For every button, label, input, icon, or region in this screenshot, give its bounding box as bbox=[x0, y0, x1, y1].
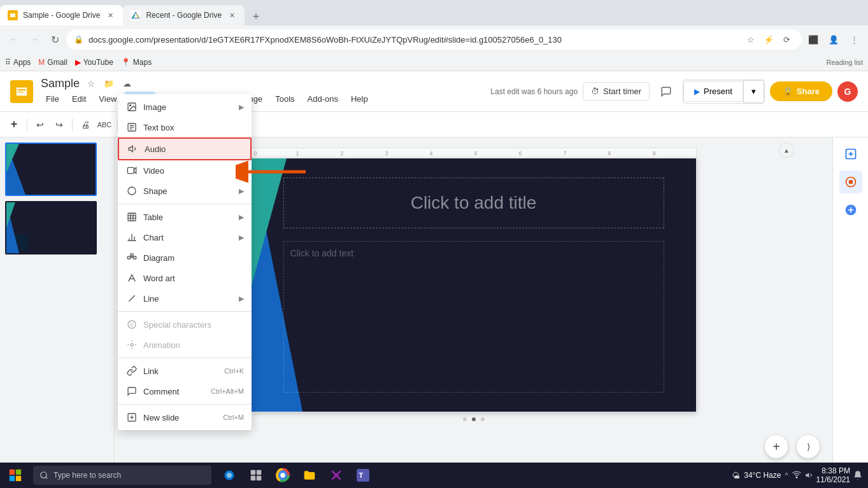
network-icon bbox=[792, 471, 801, 480]
tab-sample[interactable]: Sample - Google Drive ✕ bbox=[0, 5, 123, 25]
menu-item-new-slide[interactable]: New slide Ctrl+M bbox=[118, 407, 252, 428]
app-title-row: Sample ☆ 📁 ☁ bbox=[41, 77, 373, 90]
extensions-button[interactable]: ⬛ bbox=[804, 31, 822, 48]
nav-dot-1 bbox=[463, 417, 467, 421]
menu-item-shape[interactable]: Shape ▶ bbox=[118, 181, 252, 201]
menu-tools[interactable]: Tools bbox=[270, 92, 299, 106]
menu-chart-label: Chart bbox=[143, 233, 239, 242]
toolbar-undo-btn[interactable]: ↩ bbox=[31, 116, 49, 134]
menu-item-animation: Animation bbox=[118, 335, 252, 355]
svg-rect-65 bbox=[257, 470, 262, 475]
present-button[interactable]: ▶ Present bbox=[683, 81, 743, 102]
svg-point-23 bbox=[130, 105, 131, 106]
extensions-icon[interactable]: ⚡ bbox=[761, 32, 776, 47]
notification-icon[interactable] bbox=[853, 470, 863, 480]
bookmark-apps[interactable]: ⠿ Apps bbox=[5, 58, 31, 67]
toolbar-add-btn[interactable]: + bbox=[5, 116, 23, 134]
taskbar-teams[interactable]: T bbox=[350, 463, 376, 488]
bookmark-maps[interactable]: 📍 Maps bbox=[121, 58, 152, 67]
menu-image-label: Image bbox=[143, 102, 239, 112]
sidebar-insert-btn[interactable] bbox=[839, 143, 862, 165]
tab-recent-close-btn[interactable]: ✕ bbox=[227, 10, 237, 20]
slide-text-placeholder[interactable]: Click to add text bbox=[283, 241, 664, 393]
menu-item-table[interactable]: Table ▶ bbox=[118, 207, 252, 227]
add-slide-button[interactable]: + bbox=[765, 435, 788, 458]
h-ruler: 0 1 2 3 4 5 6 7 8 9 bbox=[251, 148, 697, 158]
menu-item-diagram[interactable]: Diagram bbox=[118, 247, 252, 268]
menu-comment-label: Comment bbox=[143, 387, 206, 396]
expand-button[interactable]: ⟩ bbox=[797, 435, 820, 458]
taskbar-files[interactable] bbox=[297, 463, 322, 488]
star-icon[interactable]: ☆ bbox=[85, 77, 97, 90]
menu-audio-label: Audio bbox=[145, 144, 243, 154]
menu-shape-label: Shape bbox=[143, 186, 239, 196]
address-bar[interactable]: 🔒 docs.google.com/presentation/d/1eGTXE6… bbox=[66, 29, 802, 50]
svg-line-61 bbox=[46, 477, 48, 479]
present-dropdown-button[interactable]: ▾ bbox=[744, 80, 764, 103]
new-tab-button[interactable]: + bbox=[247, 8, 265, 25]
menu-item-image[interactable]: Image ▶ bbox=[118, 97, 252, 117]
browser-menu-button[interactable]: ⋮ bbox=[845, 31, 863, 48]
maps-icon: 📍 bbox=[121, 58, 131, 67]
sidebar-theme-btn[interactable] bbox=[839, 171, 862, 193]
volume-icon bbox=[805, 471, 814, 480]
profile-icon[interactable]: 👤 bbox=[825, 31, 843, 48]
taskbar-right: 🌤 34°C Haze ^ 8:38 PM 11/6/2021 bbox=[732, 466, 868, 484]
taskbar-cortana[interactable] bbox=[217, 463, 242, 488]
tab-recent[interactable]: Recent - Google Drive ✕ bbox=[123, 5, 245, 25]
menu-item-comment[interactable]: Comment Ctrl+Alt+M bbox=[118, 381, 252, 401]
slide1-deco-teal bbox=[6, 144, 19, 172]
chart-icon bbox=[125, 231, 138, 244]
svg-rect-41 bbox=[127, 256, 130, 259]
slide-1-thumb[interactable] bbox=[5, 143, 97, 196]
menu-item-wordart[interactable]: Word art bbox=[118, 268, 252, 288]
last-edit-text: Last edit was 6 hours ago bbox=[490, 87, 578, 96]
menu-item-link[interactable]: Link Ctrl+K bbox=[118, 361, 252, 381]
taskbar-search-bar[interactable]: Type here to search bbox=[33, 466, 211, 485]
menu-item-special-chars: Ω Special characters bbox=[118, 314, 252, 335]
reading-list-btn[interactable]: Reading list bbox=[827, 59, 863, 66]
tab-sample-title: Sample - Google Drive bbox=[23, 11, 100, 20]
bookmark-icon[interactable]: ☆ bbox=[743, 32, 758, 47]
toolbar-spellcheck-btn[interactable]: ABC bbox=[96, 116, 113, 134]
forward-button[interactable]: → bbox=[25, 31, 43, 48]
toolbar-print-btn[interactable]: 🖨 bbox=[76, 116, 94, 134]
reload-button[interactable]: ↻ bbox=[46, 31, 64, 48]
taskbar-view[interactable] bbox=[243, 463, 269, 488]
collapse-panel-btn[interactable]: ▲ bbox=[779, 143, 794, 158]
menu-item-chart[interactable]: Chart ▶ bbox=[118, 227, 252, 247]
taskbar-clock[interactable]: 8:38 PM 11/6/2021 bbox=[816, 466, 850, 484]
menu-addons[interactable]: Add-ons bbox=[302, 92, 343, 106]
apps-label: Apps bbox=[13, 58, 31, 67]
comment-button[interactable] bbox=[655, 80, 678, 103]
tab-close-btn[interactable]: ✕ bbox=[105, 10, 115, 20]
share-button[interactable]: 🔒 Share bbox=[770, 81, 832, 101]
folder-icon[interactable]: 📁 bbox=[103, 77, 115, 90]
menu-help[interactable]: Help bbox=[346, 92, 373, 106]
menu-item-textbox[interactable]: Text box bbox=[118, 117, 252, 137]
user-avatar[interactable]: G bbox=[837, 81, 858, 102]
menu-edit[interactable]: Edit bbox=[67, 92, 91, 106]
sidebar-google-btn[interactable] bbox=[839, 199, 862, 221]
sync-icon[interactable]: ⟳ bbox=[779, 32, 794, 47]
menu-file[interactable]: File bbox=[41, 92, 64, 106]
slide-2-thumb[interactable] bbox=[5, 201, 97, 254]
present-icon: ▶ bbox=[694, 87, 700, 96]
menu-item-line[interactable]: Line ▶ bbox=[118, 288, 252, 309]
ruler-4: 4 bbox=[430, 150, 433, 157]
back-button[interactable]: ← bbox=[5, 31, 23, 48]
menu-item-video[interactable]: Video bbox=[118, 160, 252, 181]
cloud-icon[interactable]: ☁ bbox=[120, 77, 133, 90]
start-button[interactable] bbox=[0, 463, 31, 488]
taskbar-snipping[interactable] bbox=[324, 463, 349, 488]
bookmark-gmail[interactable]: M Gmail bbox=[38, 58, 67, 67]
slide-title-placeholder[interactable]: Click to add title bbox=[283, 178, 664, 228]
taskbar-chrome[interactable] bbox=[270, 463, 295, 488]
toolbar-divider-2 bbox=[72, 118, 73, 131]
system-tray-expand[interactable]: ^ bbox=[785, 471, 788, 479]
menu-item-audio[interactable]: Audio bbox=[118, 137, 252, 160]
bookmark-youtube[interactable]: ▶ YouTube bbox=[75, 58, 113, 67]
svg-marker-3 bbox=[132, 12, 136, 18]
start-timer-button[interactable]: ⏱ Start timer bbox=[583, 82, 650, 101]
toolbar-redo-btn[interactable]: ↪ bbox=[50, 116, 68, 134]
